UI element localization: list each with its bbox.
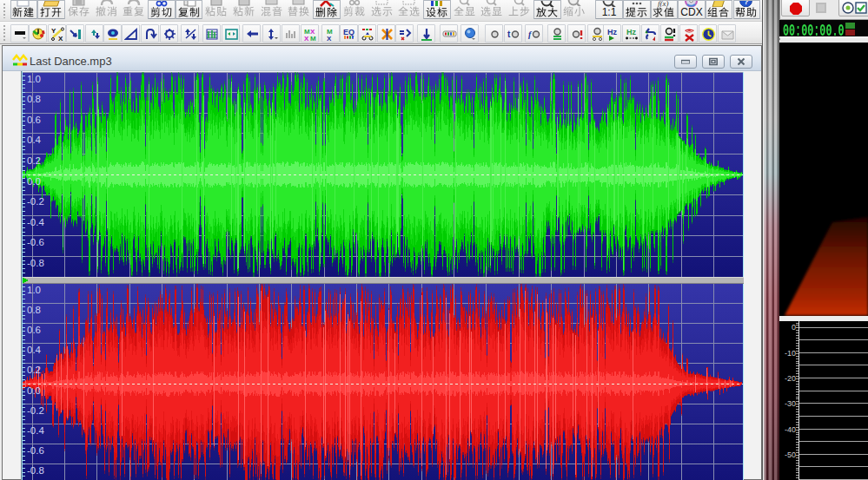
svg-text:1.0: 1.0 <box>27 74 41 84</box>
svg-text:?: ? <box>744 1 749 6</box>
svg-text:X: X <box>327 35 332 42</box>
svg-text:Y: Y <box>51 27 56 35</box>
svg-text:-0.2: -0.2 <box>27 405 44 416</box>
svg-text:0.2: 0.2 <box>27 155 41 166</box>
svg-text:1.0: 1.0 <box>27 285 41 295</box>
svg-text:-0.2: -0.2 <box>27 196 44 207</box>
svg-text:-20: -20 <box>785 374 796 383</box>
svg-text:Hz: Hz <box>607 28 617 36</box>
svg-text:X: X <box>58 35 63 42</box>
svg-text:0.8: 0.8 <box>27 305 41 315</box>
svg-text:f(x): f(x) <box>658 1 669 7</box>
svg-text:f: f <box>528 30 533 39</box>
svg-text:0.4: 0.4 <box>27 345 42 355</box>
svg-text:t: t <box>507 30 511 39</box>
svg-text:0.6: 0.6 <box>27 115 41 125</box>
svg-text:0: 0 <box>792 323 796 332</box>
svg-text:0.2: 0.2 <box>27 365 41 375</box>
svg-text:-50: -50 <box>785 450 796 459</box>
svg-text:-0.8: -0.8 <box>27 465 44 476</box>
svg-text:EQ: EQ <box>343 28 354 36</box>
svg-text:-0.4: -0.4 <box>27 425 44 436</box>
svg-text:-40: -40 <box>785 425 796 434</box>
svg-text:0.8: 0.8 <box>27 94 41 104</box>
svg-text:0.4: 0.4 <box>27 135 42 145</box>
svg-text:X: X <box>304 35 309 42</box>
svg-text:-0.8: -0.8 <box>27 258 44 268</box>
svg-text:-0.6: -0.6 <box>27 445 44 456</box>
svg-text:-0.6: -0.6 <box>27 237 44 247</box>
svg-text:0.0: 0.0 <box>27 176 41 187</box>
svg-text:Hz: Hz <box>626 28 636 36</box>
svg-text:-30: -30 <box>785 399 796 408</box>
svg-text:-0.4: -0.4 <box>27 217 44 227</box>
svg-text:-10: -10 <box>785 349 796 358</box>
svg-text:0.6: 0.6 <box>27 325 41 335</box>
svg-text:M: M <box>310 35 316 42</box>
svg-text:0.0: 0.0 <box>27 385 41 396</box>
